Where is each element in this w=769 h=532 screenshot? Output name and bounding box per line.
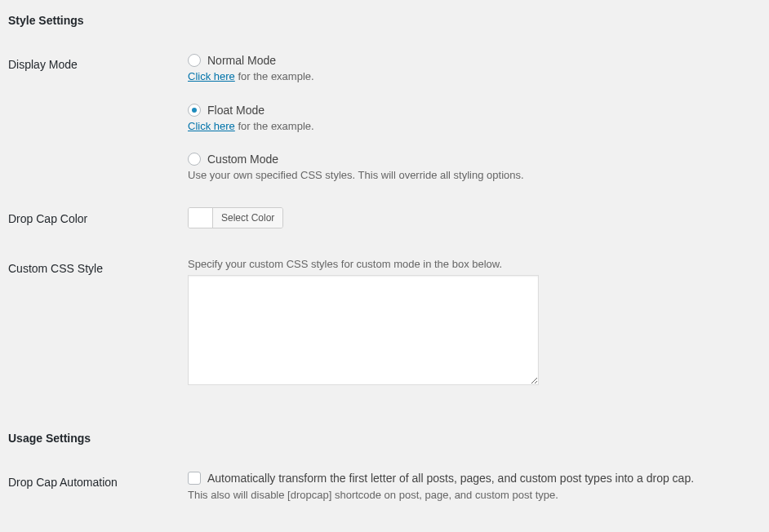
custom-css-label: Custom CSS Style xyxy=(8,245,188,401)
select-color-button[interactable]: Select Color xyxy=(213,208,282,228)
automation-desc: This also will disable [dropcap] shortco… xyxy=(188,488,753,503)
custom-mode-label: Custom Mode xyxy=(207,152,278,166)
color-picker[interactable]: Select Color xyxy=(188,207,283,228)
automation-checkbox[interactable] xyxy=(188,472,201,485)
custom-mode-radio[interactable] xyxy=(188,153,201,166)
normal-mode-radio[interactable] xyxy=(188,54,201,67)
float-mode-example-link[interactable]: Click here xyxy=(188,120,235,132)
automation-checkbox-text: Automatically transform the first letter… xyxy=(207,471,694,485)
custom-mode-option[interactable]: Custom Mode xyxy=(188,152,753,166)
drop-cap-automation-label: Drop Cap Automation xyxy=(8,459,188,515)
normal-mode-example-link[interactable]: Click here xyxy=(188,70,235,82)
float-mode-radio[interactable] xyxy=(188,104,201,117)
automation-checkbox-label[interactable]: Automatically transform the first letter… xyxy=(188,471,753,485)
usage-settings-heading: Usage Settings xyxy=(8,431,761,446)
display-mode-label: Display Mode xyxy=(8,41,188,195)
normal-mode-desc-suffix: for the example. xyxy=(235,70,314,82)
float-mode-desc-suffix: for the example. xyxy=(235,120,314,132)
normal-mode-option[interactable]: Normal Mode xyxy=(188,53,753,68)
float-mode-label: Float Mode xyxy=(207,103,264,117)
style-settings-heading: Style Settings xyxy=(8,13,761,28)
color-swatch[interactable] xyxy=(189,208,213,228)
custom-css-desc: Specify your custom CSS styles for custo… xyxy=(188,257,753,272)
drop-cap-color-label: Drop Cap Color xyxy=(8,195,188,244)
normal-mode-label: Normal Mode xyxy=(207,53,276,68)
custom-mode-desc: Use your own specified CSS styles. This … xyxy=(188,168,753,183)
custom-css-textarea[interactable] xyxy=(188,275,539,385)
float-mode-option[interactable]: Float Mode xyxy=(188,103,753,117)
